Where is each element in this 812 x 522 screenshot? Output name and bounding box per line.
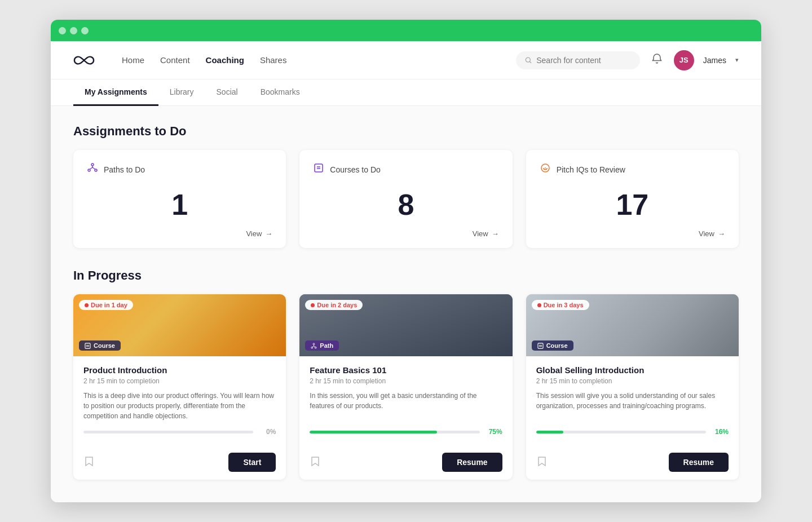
card-courses-header: Courses to Do (313, 162, 498, 176)
card-paths-header: Paths to Do (87, 162, 272, 176)
logo[interactable] (73, 54, 95, 67)
nav-links: Home Content Coaching Shares (122, 53, 498, 67)
nav-home[interactable]: Home (122, 53, 144, 67)
titlebar (51, 20, 761, 41)
nav-right: JS James ▾ (516, 50, 739, 70)
paths-icon (87, 162, 98, 176)
card-body-global-selling: Global Selling Introduction 2 hr 15 min … (526, 356, 739, 453)
avatar[interactable]: JS (674, 50, 694, 70)
progress-bar-bg-3 (536, 431, 706, 433)
progress-pct-3: 16% (712, 428, 729, 436)
card-footer-product-intro: Start (73, 453, 286, 480)
svg-point-8 (545, 167, 546, 169)
progress-pct: 0% (259, 428, 276, 436)
tab-social[interactable]: Social (205, 79, 249, 106)
card-image-global-selling: Due in 3 days Course (526, 294, 739, 356)
tab-my-assignments[interactable]: My Assignments (73, 79, 158, 106)
progress-bar-bg-2 (310, 431, 479, 433)
pitchiqs-count: 17 (540, 183, 725, 226)
paths-label: Paths to Do (104, 165, 145, 174)
card-image-product-intro: Due in 1 day Course (73, 294, 286, 356)
navbar: Home Content Coaching Shares JS James (51, 41, 761, 79)
progress-bar-product-intro: 0% (83, 428, 276, 436)
user-menu-chevron[interactable]: ▾ (735, 56, 739, 64)
tab-library[interactable]: Library (158, 79, 205, 106)
card-pitchiqs-header: Pitch IQs to Review (540, 162, 725, 176)
svg-rect-4 (315, 164, 323, 172)
type-badge-product-intro: Course (79, 340, 121, 351)
type-badge-feature-basics: Path (305, 340, 339, 351)
progress-fill-3 (536, 431, 563, 433)
card-duration-global-selling: 2 hr 15 min to completion (536, 377, 729, 385)
courses-count: 8 (313, 183, 498, 226)
due-badge-feature-basics: Due in 2 days (305, 300, 363, 310)
tab-bookmarks[interactable]: Bookmarks (249, 79, 311, 106)
card-body-feature-basics: Feature Basics 101 2 hr 15 min to comple… (299, 356, 512, 453)
card-footer-feature-basics: Resume (299, 453, 512, 480)
progress-card-product-intro: Due in 1 day Course Product Introduction… (73, 294, 286, 480)
svg-point-3 (95, 169, 97, 171)
app-window: Home Content Coaching Shares JS James (51, 20, 761, 502)
card-footer-global-selling: Resume (526, 453, 739, 480)
titlebar-dot-1 (59, 27, 66, 34)
titlebar-dot-2 (70, 27, 77, 34)
progress-cards: Due in 1 day Course Product Introduction… (73, 294, 739, 480)
search-bar[interactable] (516, 51, 640, 69)
due-badge-global-selling: Due in 3 days (532, 300, 589, 310)
pitchiqs-label: Pitch IQs to Review (557, 165, 625, 174)
assignment-card-paths: Paths to Do 1 View → (73, 150, 286, 248)
due-badge-dot-3 (537, 303, 541, 307)
card-body-product-intro: Product Introduction 2 hr 15 min to comp… (73, 356, 286, 453)
card-title-global-selling: Global Selling Introduction (536, 365, 729, 375)
svg-rect-15 (538, 343, 543, 348)
due-badge-dot (85, 303, 89, 307)
due-badge-dot-2 (311, 303, 315, 307)
in-progress-section-title: In Progress (73, 268, 739, 283)
progress-bar-feature-basics: 75% (310, 428, 502, 436)
assignment-card-pitchiqs: Pitch IQs to Review 17 View → (526, 150, 739, 248)
paths-view[interactable]: View → (87, 229, 272, 238)
bookmark-btn-feature-basics[interactable] (310, 455, 321, 470)
nav-content[interactable]: Content (160, 53, 190, 67)
type-badge-global-selling: Course (532, 340, 573, 351)
bookmark-btn-product-intro[interactable] (83, 455, 95, 470)
card-image-feature-basics: Due in 2 days Path (299, 294, 512, 356)
progress-fill-2 (310, 431, 437, 433)
pitchiqs-view[interactable]: View → (540, 229, 725, 238)
progress-bar-bg (83, 431, 253, 433)
subnav: My Assignments Library Social Bookmarks (51, 79, 761, 106)
main-content: Assignments to Do Paths to Do 1 (51, 106, 761, 502)
user-name[interactable]: James (703, 56, 726, 65)
assignments-section-title: Assignments to Do (73, 124, 739, 139)
card-description-product-intro: This is a deep dive into our product off… (83, 391, 276, 421)
svg-point-2 (88, 169, 90, 171)
nav-coaching[interactable]: Coaching (206, 53, 244, 67)
card-description-feature-basics: In this session, you will get a basic un… (310, 391, 502, 421)
card-title-feature-basics: Feature Basics 101 (310, 365, 502, 375)
courses-icon (313, 162, 324, 176)
courses-label: Courses to Do (330, 165, 380, 174)
nav-shares[interactable]: Shares (260, 53, 287, 67)
card-duration-product-intro: 2 hr 15 min to completion (83, 377, 276, 385)
svg-rect-9 (85, 343, 90, 348)
courses-view[interactable]: View → (313, 229, 498, 238)
search-icon (525, 56, 532, 64)
titlebar-dot-3 (81, 27, 89, 34)
due-badge-product-intro: Due in 1 day (79, 300, 133, 310)
progress-pct-2: 75% (486, 428, 502, 436)
assignment-card-courses: Courses to Do 8 View → (299, 150, 512, 248)
assignment-cards: Paths to Do 1 View → (73, 150, 739, 248)
bookmark-btn-global-selling[interactable] (536, 455, 548, 470)
search-input[interactable] (536, 56, 631, 65)
svg-point-12 (313, 343, 315, 344)
resume-button-global-selling[interactable]: Resume (669, 453, 729, 472)
notification-bell[interactable] (649, 51, 665, 69)
progress-card-global-selling: Due in 3 days Course Global Selling Intr… (526, 294, 739, 480)
card-title-product-intro: Product Introduction (83, 365, 276, 375)
card-duration-feature-basics: 2 hr 15 min to completion (310, 377, 502, 385)
paths-count: 1 (87, 183, 272, 226)
resume-button-feature-basics[interactable]: Resume (442, 453, 502, 472)
start-button-product-intro[interactable]: Start (228, 453, 276, 472)
progress-card-feature-basics: Due in 2 days Path Feature Basics 101 2 … (299, 294, 512, 480)
pitchiqs-icon (540, 162, 551, 176)
